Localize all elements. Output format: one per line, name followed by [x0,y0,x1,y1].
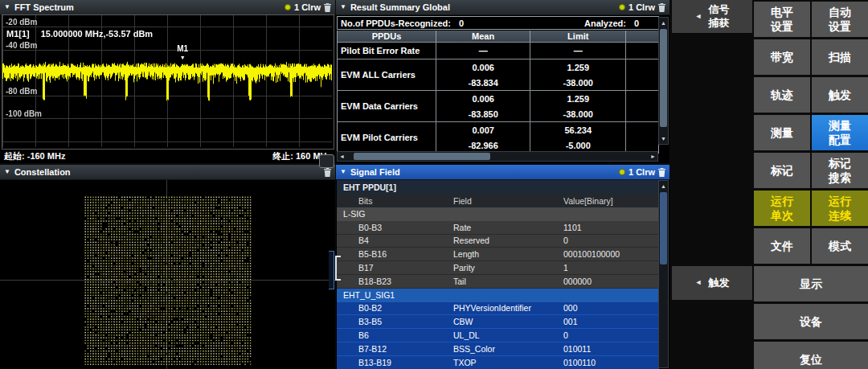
softkey-button[interactable]: 轨迹 [754,77,810,113]
panel-focus-handle-icon[interactable] [335,256,341,281]
signal-field-column-headers: Bits Field Value[Binary] [337,194,659,207]
panel-resize-handle-icon[interactable] [329,251,334,289]
scroll-left-icon[interactable]: ◄ [339,152,345,161]
instrument-screen: ▼ FFT Spectrum 1 Clrw M1[1]15.000000 MHz… [0,0,868,369]
analyzed-label: Analyzed: [584,18,626,28]
y-axis-tick-label: -80 dBm [6,87,37,96]
signal-field-data-row[interactable]: B17Parity1 [337,261,659,275]
y-axis-tick-label: -20 dBm [6,18,37,27]
y-axis-tick-label: -100 dBm [6,109,42,118]
group-label: 信号 捕获 [708,3,729,30]
fft-spectrum-panel: ▼ FFT Spectrum 1 Clrw M1[1]15.000000 MHz… [0,0,335,163]
result-summary-panel: ▼ Result Summary Global 1 Clrw No.of PPD… [336,0,669,163]
signal-field-subtitle: EHT PPDU[1] [337,180,659,194]
table-row: EVM ALL Carriers0.006-83.8341.259-38.000 [338,59,658,90]
fft-x-axis-labels: 起始: -160 MHz 终止: 160 MHz [2,150,334,162]
softkey-button[interactable]: 带宽 [754,39,810,75]
trace-label: 1 Clrw [294,2,321,12]
group-label: 触发 [708,277,729,289]
constellation-panel: ▼ Constellation [0,165,335,369]
marker-readout: M1[1]15.000000 MHz,-53.57 dBm [6,29,153,39]
group-arrow-icon: ◄ [695,12,702,21]
result-summary-table: PPDUs Mean Limit Pilot Bit Error Rate——E… [337,31,659,154]
softkey-button[interactable]: 复位 [754,342,868,369]
softkey-button[interactable]: 电平 设置 [754,2,810,37]
trace-status-dot-icon [619,169,625,175]
softkey-button[interactable]: 触发 [812,77,868,113]
signal-field-data-row[interactable]: B4Reserved0 [337,235,659,248]
signal-field-data-row[interactable]: B6UL_DL0 [337,329,659,342]
result-summary-header[interactable]: ▼ Result Summary Global 1 Clrw [336,0,669,15]
table-row: Pilot Bit Error Rate—— [338,42,658,59]
scroll-down-icon[interactable]: ▼ [659,134,668,143]
signal-field-data-row[interactable]: B13-B19TXOP0100110 [337,356,659,369]
panel-collapse-icon: ▼ [4,4,10,10]
signal-field-data-row[interactable]: B3-B5CBW001 [337,315,659,329]
softkey-button[interactable]: 运行 连续 [812,191,868,226]
delete-trace-icon[interactable] [658,3,665,12]
signal-field-section-row[interactable]: EHT_U_SIG1 [337,289,659,302]
softkey-button[interactable]: 运行 单次 [754,191,810,226]
constellation-plot-area [0,180,335,369]
softkey-button[interactable]: 标记 搜索 [812,153,868,188]
recognized-label: No.of PPDUs-Recognized: [341,18,451,28]
signal-field-data-row[interactable]: B0-B2PHYVersionIdentifier000 [337,302,659,316]
signal-field-data-row[interactable]: B18-B23Tail000000 [337,275,659,289]
marker-m1-label: M1 [177,44,188,53]
panel-title: Signal Field [350,167,400,177]
result-summary-column-headers: PPDUs Mean Limit [338,31,658,42]
softkey-group-trigger[interactable]: ◄触发 [672,266,752,300]
delete-trace-icon[interactable] [324,168,331,177]
signal-field-vertical-scrollbar[interactable]: ▲ [658,180,669,368]
softkey-button[interactable]: 设备 [754,304,868,339]
fft-spectrum-header[interactable]: ▼ FFT Spectrum 1 Clrw [0,0,335,15]
softkey-button[interactable]: 文件 [754,228,810,264]
softkey-button[interactable]: 模式 [812,228,868,264]
scroll-up-icon[interactable]: ▲ [659,182,668,191]
signal-field-data-row[interactable]: B0-B3Rate1101 [337,221,659,235]
result-summary-vertical-scrollbar[interactable]: ▲ ▼ [658,17,669,145]
constellation-header[interactable]: ▼ Constellation [0,165,335,180]
marker-m1-icon[interactable]: ▼ [180,55,186,60]
softkey-button[interactable]: 自动 设置 [812,2,868,37]
group-arrow-icon: ◄ [695,278,702,287]
recognized-value: 0 [459,18,464,28]
panel-title: FFT Spectrum [14,2,74,12]
trace-status-dot-icon [285,4,291,10]
scroll-up-icon[interactable]: ▲ [659,18,668,27]
softkey-button[interactable]: 显示 [754,266,868,301]
delete-trace-icon[interactable] [658,168,665,177]
start-frequency-label: 起始: -160 MHz [4,150,65,162]
table-row: EVM Data Carriers0.006-83.8501.259-38.00… [338,90,658,121]
window-grip-icon[interactable] [319,154,334,168]
softkey-group-signal-capture[interactable]: ◄信号 捕获 [672,0,752,33]
fft-plot-area: M1[1]15.000000 MHz,-53.57 dBm -20 dBm-40… [2,14,334,150]
delete-trace-icon[interactable] [324,3,331,12]
result-summary-horizontal-scrollbar[interactable]: ◄ ► [337,151,658,162]
trace-label: 1 Clrw [628,167,655,177]
signal-field-data-row[interactable]: B5-B16Length000100100000 [337,248,659,261]
signal-field-data-row[interactable]: B7-B12BSS_Color010011 [337,342,659,356]
softkey-button[interactable]: 标记 [754,153,810,188]
scrollbar-thumb[interactable] [354,153,490,160]
scrollbar-thumb[interactable] [660,192,667,264]
softkey-button[interactable]: 扫描 [812,39,868,75]
ppdu-count-row: No.of PPDUs-Recognized: 0 Analyzed: 0 [337,16,659,30]
softkey-area: ◄信号 捕获 ◄触发 电平 设置自动 设置带宽扫描轨迹触发测量测量 配置标记标记… [670,0,868,369]
trace-label: 1 Clrw [628,2,655,12]
panel-collapse-icon: ▼ [340,169,346,175]
table-row: EVM Pilot Carriers0.007-82.96656.234-5.0… [338,121,658,153]
panel-title: Constellation [14,167,71,177]
scrollbar-thumb[interactable] [660,29,667,127]
panel-title: Result Summary Global [350,2,450,12]
signal-field-panel: ▼ Signal Field 1 Clrw EHT PPDU[1] Bits F… [336,165,669,369]
softkey-button[interactable]: 测量 配置 [812,115,868,150]
panel-collapse-icon: ▼ [4,169,10,175]
signal-field-header[interactable]: ▼ Signal Field 1 Clrw [336,165,669,180]
softkey-button[interactable]: 测量 [754,115,810,150]
analyzed-value: 0 [634,18,639,28]
y-axis-tick-label: -40 dBm [6,41,37,50]
panel-collapse-icon: ▼ [340,4,346,10]
signal-field-section-row[interactable]: L-SIG [337,207,659,221]
scroll-right-icon[interactable]: ► [650,152,656,161]
